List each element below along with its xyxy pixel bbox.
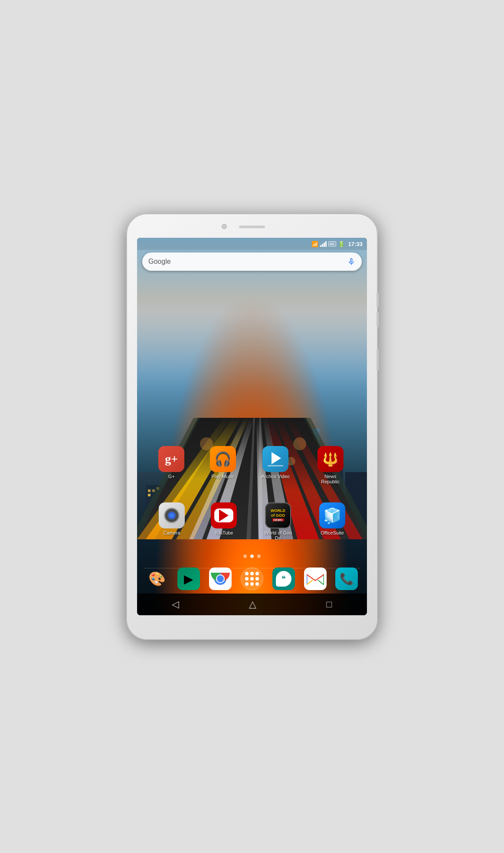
chrome-svg-icon xyxy=(211,569,230,588)
front-camera xyxy=(222,224,227,229)
svg-point-64 xyxy=(217,575,224,582)
gmail-dock-icon[interactable] xyxy=(304,568,327,590)
news-republic-app-icon[interactable]: 🔱 News Republic xyxy=(315,446,346,484)
apps-drawer-icon-image xyxy=(241,568,263,590)
world-goo-label: World of Goo De xyxy=(263,530,293,541)
play-music-app-icon[interactable]: 🎧 Play Music xyxy=(210,446,236,484)
home-screen: 📶 4G 🔋 17:33 xyxy=(137,238,367,615)
apps-dot-9 xyxy=(255,582,259,586)
youtube-label: YouTube xyxy=(214,530,233,535)
gplus-label: G+ xyxy=(168,474,175,479)
officesuite-icon-image: 🧊 xyxy=(319,502,345,528)
speaker-grille xyxy=(239,226,265,228)
page-dot-3[interactable] xyxy=(257,554,261,558)
hangouts-icon-image: ❝ xyxy=(272,568,295,590)
back-button[interactable]: ◁ xyxy=(172,599,179,610)
world-goo-app-icon[interactable]: WORLDof GOODEMO World of Goo De xyxy=(263,502,293,541)
phone-dock-icon[interactable]: 📞 xyxy=(335,568,358,590)
apps-dot-2 xyxy=(250,572,254,575)
world-goo-text: WORLDof GOODEMO xyxy=(271,509,285,522)
photos-dock-icon[interactable]: 🎨 xyxy=(146,568,168,590)
navigation-bar: ◁ △ □ xyxy=(137,594,367,615)
app-dock: 🎨 ▶ xyxy=(137,568,367,590)
status-bar: 📶 4G 🔋 17:33 xyxy=(137,238,367,250)
archos-video-app-icon[interactable]: Archos Video xyxy=(262,446,290,484)
lte-badge: 4G xyxy=(328,241,336,247)
google-search-bar[interactable]: Google xyxy=(142,253,362,271)
camera-app-icon[interactable]: Camera xyxy=(159,502,185,541)
status-time: 17:33 xyxy=(348,241,363,247)
volume-up-button[interactable] xyxy=(376,292,379,308)
page-dot-1[interactable] xyxy=(243,554,247,558)
hangouts-bubble-icon: ❝ xyxy=(276,571,291,587)
camera-icon-image xyxy=(159,502,185,528)
gplus-app-icon[interactable]: g+ G+ xyxy=(158,446,184,484)
apps-drawer-dock-icon[interactable] xyxy=(241,568,263,590)
headphones-icon: 🎧 xyxy=(214,451,232,467)
gplus-logo: g+ xyxy=(165,452,178,466)
officesuite-app-icon[interactable]: 🧊 OfficeSuite xyxy=(319,502,345,541)
camera-label: Camera xyxy=(163,530,180,535)
home-button[interactable]: △ xyxy=(249,599,256,610)
gmail-svg-icon xyxy=(307,573,324,585)
hangouts-quote-icon: ❝ xyxy=(281,574,286,584)
google-logo-text: Google xyxy=(148,258,347,266)
wifi-icon: 📶 xyxy=(311,241,318,247)
apps-dot-6 xyxy=(255,577,259,581)
phone-handset-icon: 📞 xyxy=(340,572,353,586)
apps-grid-icon xyxy=(245,572,259,586)
news-republic-icon-image: 🔱 xyxy=(317,446,344,472)
archos-video-icon-image xyxy=(262,446,288,472)
recents-button[interactable]: □ xyxy=(326,599,332,610)
apps-dot-7 xyxy=(245,582,249,586)
apps-dot-8 xyxy=(250,582,254,586)
youtube-play-icon xyxy=(219,509,229,522)
page-indicator xyxy=(137,554,367,558)
play-store-icon-image: ▶ xyxy=(177,568,200,590)
gmail-icon-image xyxy=(304,568,327,590)
gplus-icon-image: g+ xyxy=(158,446,184,472)
youtube-play-bg xyxy=(214,509,233,522)
play-music-label: Play Music xyxy=(211,474,234,479)
tuning-fork-icon: 🔱 xyxy=(322,452,338,467)
apps-dot-4 xyxy=(245,577,249,581)
play-store-dock-icon[interactable]: ▶ xyxy=(177,568,200,590)
status-icons: 📶 4G 🔋 17:33 xyxy=(311,241,363,247)
chrome-dock-icon[interactable] xyxy=(209,568,232,590)
photos-icon-image: 🎨 xyxy=(146,568,168,590)
cube-icon: 🧊 xyxy=(323,507,341,524)
youtube-icon-image xyxy=(211,502,237,528)
news-republic-label: News Republic xyxy=(315,474,346,484)
page-dot-2[interactable] xyxy=(250,554,254,558)
battery-icon: 🔋 xyxy=(338,241,345,247)
apps-dot-5 xyxy=(250,577,254,581)
volume-down-button[interactable] xyxy=(376,312,379,327)
archos-video-label: Archos Video xyxy=(262,474,290,479)
camera-lens-inner xyxy=(168,512,176,519)
power-button[interactable] xyxy=(376,349,379,371)
signal-strength-icon xyxy=(320,241,327,247)
play-music-icon-image: 🎧 xyxy=(210,446,236,472)
apps-dot-3 xyxy=(255,572,259,575)
tablet-device: 📶 4G 🔋 17:33 xyxy=(126,213,378,640)
youtube-app-icon[interactable]: YouTube xyxy=(211,502,237,541)
world-goo-icon-image: WORLDof GOODEMO xyxy=(265,502,291,528)
officesuite-label: OfficeSuite xyxy=(321,530,344,535)
chrome-icon-image xyxy=(209,568,232,590)
play-store-triangle-icon: ▶ xyxy=(184,572,193,586)
pinwheel-icon: 🎨 xyxy=(148,571,166,587)
app-row-2: Camera YouTube WORLDof GOODEMO xyxy=(137,502,367,541)
camera-lens-icon xyxy=(164,508,180,523)
video-bar xyxy=(268,465,283,466)
voice-search-icon[interactable] xyxy=(347,257,356,266)
phone-icon-image: 📞 xyxy=(335,568,358,590)
tablet-screen: 📶 4G 🔋 17:33 xyxy=(137,238,367,615)
hangouts-dock-icon[interactable]: ❝ xyxy=(272,568,295,590)
apps-dot-1 xyxy=(245,572,249,575)
app-row-1: g+ G+ 🎧 Play Music A xyxy=(137,446,367,484)
play-triangle-icon xyxy=(272,452,281,464)
